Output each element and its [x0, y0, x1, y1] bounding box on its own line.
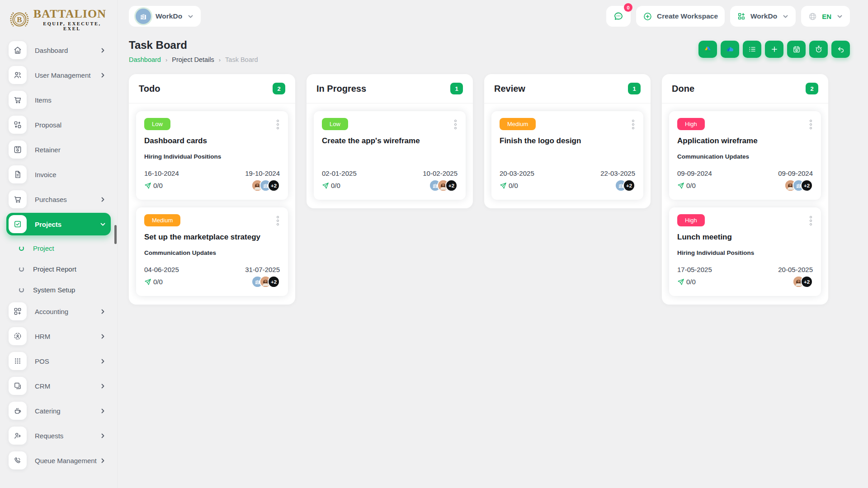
- user-plus-icon: [9, 427, 27, 445]
- more-options-icon[interactable]: [809, 214, 813, 227]
- calendar-button[interactable]: [787, 41, 806, 58]
- sidebar: B BATTALION EQUIP, EXECUTE, EXEL Dashboa…: [0, 0, 118, 488]
- sidebar-item-pos[interactable]: POS: [6, 350, 111, 372]
- avatar-more-badge[interactable]: +2: [268, 276, 280, 288]
- workspace-selector[interactable]: WorkDo: [129, 6, 201, 27]
- sidebar-item-retainer[interactable]: Retainer: [6, 138, 111, 161]
- workspace-grid-icon: [737, 12, 746, 21]
- assignee-avatars: +2: [784, 179, 813, 192]
- more-options-icon[interactable]: [276, 118, 280, 131]
- task-card[interactable]: High Application wireframe Communication…: [669, 111, 821, 200]
- more-options-icon[interactable]: [453, 118, 458, 131]
- sidebar-item-hrm[interactable]: HRM: [6, 325, 111, 347]
- task-title[interactable]: Set up the marketplace strategy: [144, 233, 280, 242]
- sidebar-subitem-project[interactable]: Project: [6, 238, 111, 258]
- avatar-more-badge[interactable]: +2: [801, 276, 813, 288]
- sidebar-item-label: Retainer: [35, 146, 106, 154]
- task-checklist: 0/0: [144, 278, 163, 286]
- avatar-more-badge[interactable]: +2: [268, 179, 280, 192]
- breadcrumb-dashboard-link[interactable]: Dashboard: [129, 56, 161, 63]
- calendar-icon: [793, 45, 801, 53]
- sidebar-item-catering[interactable]: Catering: [6, 399, 111, 422]
- back-button[interactable]: [831, 41, 850, 58]
- task-title[interactable]: Dashboard cards: [144, 136, 280, 145]
- task-title[interactable]: Finish the logo design: [500, 136, 635, 145]
- chevron-right-icon: [99, 47, 106, 54]
- task-checklist: 0/0: [322, 182, 340, 189]
- task-card[interactable]: High Lunch meeting Hiring Individual Pos…: [669, 207, 821, 296]
- workspace-switcher-dropdown[interactable]: WorkDo: [730, 6, 796, 27]
- priority-badge: Medium: [500, 118, 536, 130]
- assignee-avatars: +2: [429, 179, 458, 192]
- task-card[interactable]: Medium Set up the marketplace strategy C…: [136, 207, 288, 296]
- column-body: Low Dashboard cards Hiring Individual Po…: [129, 103, 295, 305]
- task-end-date: 09-09-2024: [778, 169, 813, 177]
- sidebar-item-queue-management[interactable]: Queue Management: [6, 449, 111, 472]
- assignee-avatars: +2: [615, 179, 635, 192]
- avatar-more-badge[interactable]: +2: [623, 179, 635, 192]
- plus-circle-icon: [643, 12, 652, 21]
- column-header: Review 1: [484, 74, 651, 103]
- coffee-icon: [9, 402, 27, 420]
- chevron-right-icon: [99, 457, 106, 464]
- task-title[interactable]: Application wireframe: [677, 136, 813, 145]
- column-count-badge: 2: [273, 83, 285, 94]
- column-count-badge: 1: [450, 83, 463, 94]
- checklist-count: 0/0: [331, 182, 340, 189]
- task-end-date: 20-05-2025: [778, 266, 813, 273]
- chat-count-badge: 0: [624, 3, 632, 12]
- task-end-date: 10-02-2025: [423, 169, 458, 177]
- list-icon: [748, 45, 756, 53]
- avatar-more-badge[interactable]: +2: [445, 179, 458, 192]
- column-header: In Progress 1: [307, 74, 473, 103]
- assignee-avatars: +2: [251, 179, 280, 192]
- brand-name: BATTALION: [33, 8, 111, 20]
- priority-badge: Low: [144, 118, 170, 130]
- chevron-right-icon: [99, 382, 106, 389]
- sidebar-item-projects[interactable]: Projects: [6, 213, 111, 235]
- avatar-more-badge[interactable]: +2: [801, 179, 813, 192]
- messenger-button[interactable]: 0: [606, 6, 631, 27]
- onedrive-cloud-icon: [726, 45, 735, 54]
- task-milestone: [500, 153, 635, 161]
- sidebar-item-items[interactable]: Items: [6, 89, 111, 111]
- breadcrumb-project-details-link[interactable]: Project Details: [172, 56, 214, 63]
- board-column-in-progress: In Progress 1 Low Create the app's wiref…: [307, 74, 473, 208]
- google-drive-button[interactable]: [698, 41, 717, 58]
- create-workspace-button[interactable]: Create Workspace: [636, 6, 725, 27]
- language-dropdown[interactable]: EN: [801, 6, 850, 27]
- add-task-button[interactable]: [765, 41, 783, 58]
- timer-button[interactable]: [809, 41, 828, 58]
- sidebar-item-requests[interactable]: Requests: [6, 424, 111, 447]
- task-card[interactable]: Low Dashboard cards Hiring Individual Po…: [136, 111, 288, 200]
- board-column-review: Review 1 Medium Finish the logo design 2…: [484, 74, 651, 208]
- sidebar-subitem-project-report[interactable]: Project Report: [6, 258, 111, 279]
- sidebar-item-user-management[interactable]: User Management: [6, 64, 111, 86]
- sidebar-item-crm[interactable]: CRM: [6, 375, 111, 397]
- sidebar-item-proposal[interactable]: Proposal: [6, 113, 111, 136]
- task-title[interactable]: Lunch meeting: [677, 233, 813, 242]
- more-options-icon[interactable]: [631, 118, 635, 131]
- more-options-icon[interactable]: [809, 118, 813, 131]
- task-card[interactable]: Medium Finish the logo design 20-03-2025…: [491, 111, 643, 200]
- list-view-button[interactable]: [743, 41, 761, 58]
- sidebar-subitem-label: Project: [33, 244, 54, 252]
- task-card[interactable]: Low Create the app's wireframe 02-01-202…: [314, 111, 466, 200]
- sidebar-item-purchases[interactable]: Purchases: [6, 188, 111, 211]
- sidebar-item-label: Dashboard: [35, 47, 99, 54]
- sidebar-item-invoice[interactable]: Invoice: [6, 163, 111, 186]
- onedrive-button[interactable]: [721, 41, 739, 58]
- sidebar-scrollbar[interactable]: [114, 225, 117, 244]
- sidebar-item-accounting[interactable]: Accounting: [6, 300, 111, 323]
- document-icon: [9, 165, 27, 183]
- breadcrumb-separator-icon: ›: [219, 56, 221, 63]
- task-milestone: [322, 153, 458, 161]
- sidebar-item-dashboard[interactable]: Dashboard: [6, 39, 111, 61]
- brand-logo[interactable]: B BATTALION EQUIP, EXECUTE, EXEL: [6, 0, 111, 39]
- task-title[interactable]: Create the app's wireframe: [322, 136, 458, 145]
- sidebar-subitem-label: System Setup: [33, 286, 75, 294]
- more-options-icon[interactable]: [276, 214, 280, 227]
- priority-badge: High: [677, 118, 705, 130]
- sidebar-subitem-system-setup[interactable]: System Setup: [6, 279, 111, 300]
- language-label: EN: [822, 13, 831, 20]
